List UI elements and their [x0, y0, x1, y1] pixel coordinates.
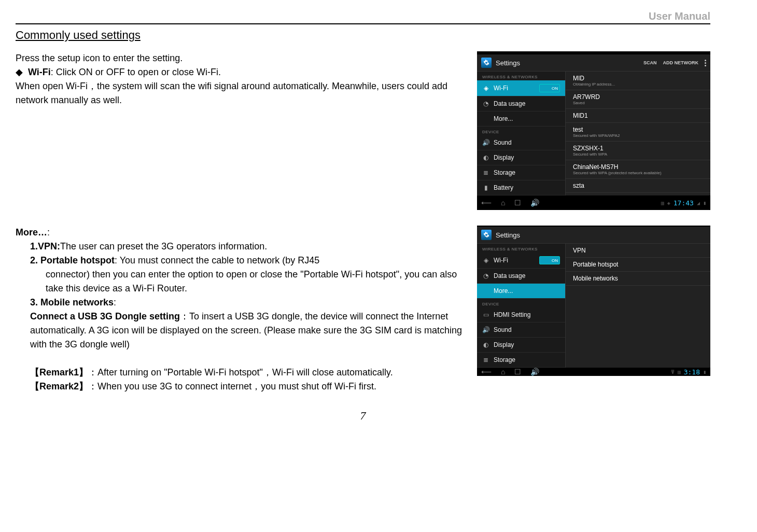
- device-hdr: DEVICE: [477, 127, 565, 135]
- display-icon: ◐: [482, 341, 489, 348]
- block2-text: More…: 1.VPN:The user can preset the 3G …: [16, 226, 467, 394]
- hdmi-label: HDMI Setting: [494, 311, 530, 318]
- clock: 3:18: [684, 368, 700, 376]
- wifi-rest: : Click ON or OFF to open or close Wi-Fi…: [51, 67, 221, 77]
- sidebar-item-sound[interactable]: 🔊Sound: [477, 135, 565, 150]
- remark2-label: 【Remark2】: [30, 381, 88, 391]
- vpn-text: The user can preset the 3G operators inf…: [60, 241, 267, 251]
- sidebar-item-wifi[interactable]: ◈ Wi-Fi ON: [477, 253, 565, 269]
- screenshot-2: Settings WIRELESS & NETWORKS ◈ Wi-Fi ON …: [477, 226, 710, 376]
- ph-text-a: : You must connect the cable to network …: [115, 255, 319, 265]
- sidebar-item-storage[interactable]: ≣Storage: [477, 353, 565, 368]
- network-item[interactable]: SZXSHX-1Secured with WPA: [566, 142, 710, 160]
- volume-icon[interactable]: 🔊: [530, 199, 539, 207]
- wifi-toggle[interactable]: ON: [539, 84, 560, 92]
- doc-header: User Manual: [16, 10, 710, 22]
- vpn-label: 1.VPN:: [30, 241, 60, 251]
- sidebar-item-storage[interactable]: ≣Storage: [477, 165, 565, 180]
- more-heading: More…: [16, 227, 47, 237]
- storage-icon: ≣: [482, 169, 489, 176]
- overflow-icon[interactable]: [705, 60, 706, 66]
- network-item[interactable]: AR7WRDSaved: [566, 90, 710, 109]
- sidebar-item-hdmi[interactable]: ▭HDMI Setting: [477, 307, 565, 323]
- data-label: Data usage: [494, 100, 525, 107]
- sound-icon: 🔊: [482, 139, 489, 146]
- clock: 17:43: [674, 199, 694, 207]
- app-title: Settings: [496, 231, 706, 239]
- network-item[interactable]: MID1: [566, 109, 710, 123]
- add-network-button[interactable]: ADD NETWORK: [663, 60, 699, 65]
- header-divider: [16, 23, 710, 24]
- wifi-status-icon: ◈: [667, 200, 670, 206]
- menu-item-mobile[interactable]: Mobile networks: [566, 272, 710, 286]
- wifi-label: Wi-Fi: [494, 85, 508, 92]
- sidebar-item-more[interactable]: More...: [477, 111, 565, 127]
- remark2-text: ：When you use 3G to connect internet，you…: [88, 381, 376, 391]
- more-label: More...: [494, 115, 513, 122]
- sd-icon: ▥: [678, 369, 681, 375]
- scan-button[interactable]: SCAN: [643, 60, 657, 65]
- battery-status-icon: ▮: [703, 369, 706, 375]
- mobile-networks-label: 3. Mobile networks: [30, 297, 114, 307]
- network-item[interactable]: MIDObtaining IP address...: [566, 72, 710, 90]
- sound-icon: 🔊: [482, 326, 489, 333]
- sound-label: Sound: [494, 326, 512, 333]
- block1-text: Press the setup icon to enter the settin…: [16, 51, 467, 107]
- display-icon: ◐: [482, 154, 489, 161]
- hdmi-icon: ▭: [482, 311, 489, 318]
- storage-label: Storage: [494, 169, 515, 176]
- line3: When open Wi-Fi，the system will scan the…: [16, 79, 467, 107]
- sound-label: Sound: [494, 139, 512, 146]
- network-list: MIDObtaining IP address... AR7WRDSaved M…: [566, 72, 710, 195]
- menu-item-hotspot[interactable]: Portable hotspot: [566, 258, 710, 272]
- wifi-toggle[interactable]: ON: [539, 256, 560, 264]
- sidebar-item-battery[interactable]: ▮Battery: [477, 180, 565, 195]
- back-icon[interactable]: ⟵: [481, 199, 492, 207]
- device-hdr: DEVICE: [477, 299, 565, 307]
- battery-status-icon: ▮: [703, 200, 706, 206]
- wireless-hdr: WIRELESS & NETWORKS: [477, 244, 565, 253]
- usb-icon: Ψ: [671, 369, 675, 375]
- app-title: Settings: [496, 59, 639, 67]
- data-icon: ◔: [482, 272, 489, 279]
- menu-item-vpn[interactable]: VPN: [566, 244, 710, 258]
- recents-icon[interactable]: ☐: [514, 368, 521, 376]
- sidebar-item-display[interactable]: ◐Display: [477, 150, 565, 165]
- ph-text-b: connector) then you can enter the option…: [46, 268, 467, 296]
- sidebar-item-sound[interactable]: 🔊Sound: [477, 323, 565, 338]
- sd-icon: ▥: [661, 200, 664, 206]
- remark1-text: ：After turning on "Portable Wi-Fi hotspo…: [88, 367, 393, 377]
- more-label: More...: [494, 287, 513, 295]
- wireless-hdr: WIRELESS & NETWORKS: [477, 72, 565, 80]
- line1: Press the setup icon to enter the settin…: [16, 51, 467, 65]
- signal-icon: ◢: [697, 200, 700, 206]
- wifi-bullet: ◆ Wi-Fi: Click ON or OFF to open or clos…: [16, 65, 467, 79]
- battery-label: Battery: [494, 184, 513, 191]
- back-icon[interactable]: ⟵: [481, 368, 492, 376]
- sidebar-item-wifi[interactable]: ◈ Wi-Fi ON: [477, 80, 565, 96]
- portable-hotspot-label: 2. Portable hotspot: [30, 255, 115, 265]
- home-icon[interactable]: ⌂: [501, 199, 505, 207]
- volume-icon[interactable]: 🔊: [530, 368, 539, 376]
- usb-dongle-label: Connect a USB 3G Dongle setting: [30, 311, 180, 321]
- remark1-label: 【Remark1】: [30, 367, 88, 377]
- recents-icon[interactable]: ☐: [514, 199, 521, 207]
- network-item[interactable]: ChinaNet-MS7HSecured with WPA (protected…: [566, 160, 710, 179]
- network-item[interactable]: szta: [566, 179, 710, 193]
- network-item[interactable]: testSecured with WPA/WPA2: [566, 123, 710, 142]
- storage-icon: ≣: [482, 356, 489, 363]
- section-title: Commonly used settings: [16, 29, 710, 42]
- storage-label: Storage: [494, 356, 515, 363]
- sidebar-item-data[interactable]: ◔Data usage: [477, 96, 565, 111]
- sidebar-item-display[interactable]: ◐Display: [477, 338, 565, 353]
- settings-app-icon: [481, 230, 492, 240]
- display-label: Display: [494, 154, 514, 161]
- sidebar-item-data[interactable]: ◔Data usage: [477, 269, 565, 284]
- home-icon[interactable]: ⌂: [501, 368, 505, 376]
- sidebar-item-more[interactable]: More...: [477, 284, 565, 299]
- settings-app-icon: [481, 58, 492, 68]
- data-label: Data usage: [494, 272, 525, 279]
- wifi-label: Wi-Fi: [28, 67, 51, 77]
- display-label: Display: [494, 341, 514, 348]
- wifi-icon: ◈: [482, 85, 489, 92]
